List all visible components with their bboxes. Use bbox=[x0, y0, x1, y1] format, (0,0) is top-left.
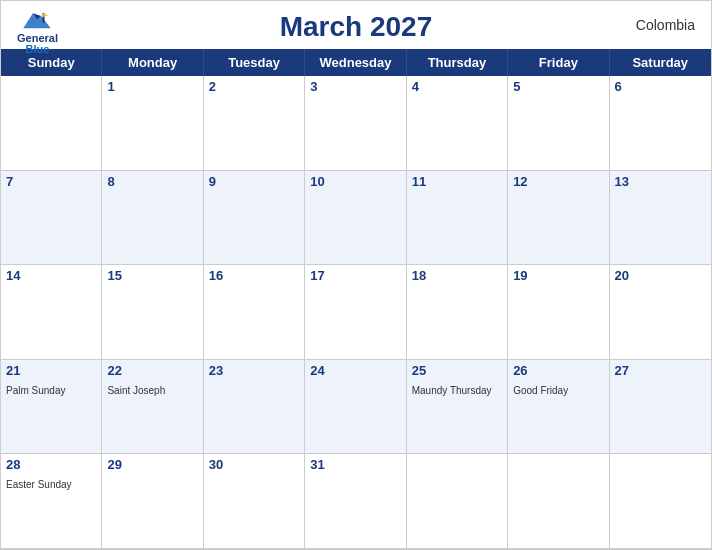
logo-area: General Blue bbox=[17, 9, 58, 55]
cell-date-number: 16 bbox=[209, 268, 299, 283]
calendar-cell: 14 bbox=[1, 265, 102, 360]
cell-date-number: 21 bbox=[6, 363, 96, 378]
day-header-friday: Friday bbox=[508, 49, 609, 76]
calendar-cell: 15 bbox=[102, 265, 203, 360]
day-header-wednesday: Wednesday bbox=[305, 49, 406, 76]
day-header-monday: Monday bbox=[102, 49, 203, 76]
calendar-cell: 11 bbox=[407, 171, 508, 266]
calendar-cell: 20 bbox=[610, 265, 711, 360]
cell-holiday-label: Easter Sunday bbox=[6, 479, 72, 490]
general-blue-logo-icon bbox=[23, 9, 51, 31]
cell-date-number: 22 bbox=[107, 363, 197, 378]
calendar-container: General Blue March 2027 Colombia Sunday … bbox=[0, 0, 712, 550]
cell-date-number: 2 bbox=[209, 79, 299, 94]
calendar-cell: 19 bbox=[508, 265, 609, 360]
calendar-cell: 8 bbox=[102, 171, 203, 266]
calendar-grid: 123456789101112131415161718192021Palm Su… bbox=[1, 76, 711, 549]
cell-date-number: 5 bbox=[513, 79, 603, 94]
cell-date-number: 1 bbox=[107, 79, 197, 94]
calendar-cell: 10 bbox=[305, 171, 406, 266]
cell-date-number: 24 bbox=[310, 363, 400, 378]
calendar-cell: 31 bbox=[305, 454, 406, 549]
calendar-cell bbox=[610, 454, 711, 549]
cell-date-number: 27 bbox=[615, 363, 706, 378]
calendar-cell: 12 bbox=[508, 171, 609, 266]
calendar-cell: 22Saint Joseph bbox=[102, 360, 203, 455]
calendar-cell: 27 bbox=[610, 360, 711, 455]
calendar-cell: 17 bbox=[305, 265, 406, 360]
cell-date-number: 19 bbox=[513, 268, 603, 283]
cell-date-number: 10 bbox=[310, 174, 400, 189]
calendar-cell: 6 bbox=[610, 76, 711, 171]
calendar-cell: 3 bbox=[305, 76, 406, 171]
cell-date-number: 12 bbox=[513, 174, 603, 189]
cell-date-number: 6 bbox=[615, 79, 706, 94]
cell-date-number: 17 bbox=[310, 268, 400, 283]
cell-date-number: 4 bbox=[412, 79, 502, 94]
cell-date-number: 7 bbox=[6, 174, 96, 189]
cell-date-number: 26 bbox=[513, 363, 603, 378]
calendar-cell: 7 bbox=[1, 171, 102, 266]
day-header-saturday: Saturday bbox=[610, 49, 711, 76]
calendar-cell: 26Good Friday bbox=[508, 360, 609, 455]
calendar-cell bbox=[407, 454, 508, 549]
day-header-thursday: Thursday bbox=[407, 49, 508, 76]
cell-date-number: 20 bbox=[615, 268, 706, 283]
calendar-cell: 18 bbox=[407, 265, 508, 360]
calendar-cell: 16 bbox=[204, 265, 305, 360]
calendar-cell: 30 bbox=[204, 454, 305, 549]
day-header-tuesday: Tuesday bbox=[204, 49, 305, 76]
calendar-cell: 5 bbox=[508, 76, 609, 171]
calendar-cell: 21Palm Sunday bbox=[1, 360, 102, 455]
day-headers-row: Sunday Monday Tuesday Wednesday Thursday… bbox=[1, 49, 711, 76]
logo-blue-text: Blue bbox=[26, 44, 50, 55]
calendar-title: March 2027 bbox=[280, 11, 433, 43]
cell-date-number: 25 bbox=[412, 363, 502, 378]
svg-marker-3 bbox=[43, 13, 49, 17]
cell-holiday-label: Maundy Thursday bbox=[412, 385, 492, 396]
calendar-cell: 23 bbox=[204, 360, 305, 455]
calendar-cell: 13 bbox=[610, 171, 711, 266]
calendar-header: General Blue March 2027 Colombia bbox=[1, 1, 711, 49]
cell-date-number: 3 bbox=[310, 79, 400, 94]
cell-date-number: 29 bbox=[107, 457, 197, 472]
calendar-cell: 25Maundy Thursday bbox=[407, 360, 508, 455]
cell-date-number: 18 bbox=[412, 268, 502, 283]
calendar-cell: 28Easter Sunday bbox=[1, 454, 102, 549]
cell-date-number: 30 bbox=[209, 457, 299, 472]
cell-date-number: 11 bbox=[412, 174, 502, 189]
calendar-cell bbox=[1, 76, 102, 171]
calendar-cell: 1 bbox=[102, 76, 203, 171]
cell-date-number: 31 bbox=[310, 457, 400, 472]
country-label: Colombia bbox=[636, 17, 695, 33]
cell-date-number: 9 bbox=[209, 174, 299, 189]
cell-date-number: 14 bbox=[6, 268, 96, 283]
calendar-cell: 2 bbox=[204, 76, 305, 171]
cell-date-number: 8 bbox=[107, 174, 197, 189]
calendar-cell: 9 bbox=[204, 171, 305, 266]
cell-date-number: 13 bbox=[615, 174, 706, 189]
cell-holiday-label: Palm Sunday bbox=[6, 385, 65, 396]
cell-holiday-label: Saint Joseph bbox=[107, 385, 165, 396]
calendar-cell: 4 bbox=[407, 76, 508, 171]
calendar-cell: 24 bbox=[305, 360, 406, 455]
cell-holiday-label: Good Friday bbox=[513, 385, 568, 396]
cell-date-number: 28 bbox=[6, 457, 96, 472]
calendar-cell bbox=[508, 454, 609, 549]
calendar-cell: 29 bbox=[102, 454, 203, 549]
cell-date-number: 23 bbox=[209, 363, 299, 378]
cell-date-number: 15 bbox=[107, 268, 197, 283]
